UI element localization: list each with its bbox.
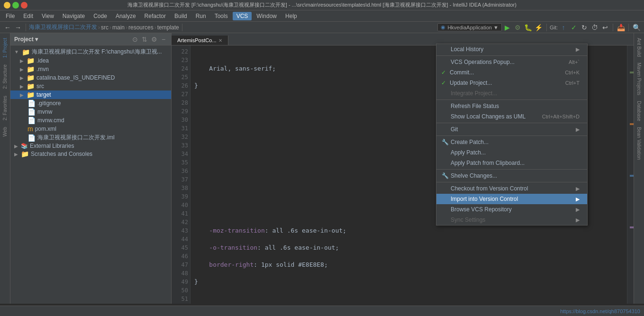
breadcrumb-resources[interactable]: resources bbox=[128, 24, 154, 31]
line-numbers: 22232425 26272829 30313233 34353637 3839… bbox=[172, 45, 190, 304]
git-branch-button[interactable]: 📥 bbox=[616, 23, 626, 32]
tree-item-target[interactable]: ▶ 📁 target bbox=[10, 90, 171, 99]
menu-window[interactable]: Window bbox=[253, 12, 281, 20]
tree-arrow-external: ▶ bbox=[14, 144, 18, 149]
build-button[interactable]: ⚙ bbox=[513, 23, 523, 32]
git-history-button[interactable]: ⏱ bbox=[590, 23, 599, 32]
coverage-button[interactable]: ⚡ bbox=[534, 23, 544, 32]
git-label: Git: bbox=[550, 25, 558, 30]
menu-refactor[interactable]: Refactor bbox=[141, 12, 170, 20]
tab-favorites[interactable]: 2: Favorites bbox=[1, 93, 9, 123]
run-config[interactable]: ◉ HkvediaApplication ▼ bbox=[437, 23, 502, 31]
tab-database[interactable]: Database bbox=[635, 98, 643, 124]
tree-arrow-catalina: ▶ bbox=[20, 75, 24, 81]
tab-maven-projects[interactable]: Maven Projects bbox=[635, 60, 643, 98]
maximize-button[interactable] bbox=[12, 2, 19, 9]
update-shortcut: Ctrl+T bbox=[565, 80, 580, 86]
tree-label-mvnwcmd: mvnw.cmd bbox=[37, 117, 64, 124]
menu-code[interactable]: Code bbox=[90, 12, 111, 20]
tree-item-idea[interactable]: ▶ 📁 .idea bbox=[10, 56, 171, 65]
tab-bean-validation[interactable]: Bean Validation bbox=[635, 124, 643, 163]
breadcrumb-template[interactable]: template bbox=[157, 24, 179, 31]
toolbar-back-button[interactable]: ← bbox=[3, 23, 12, 32]
dropdown-label-browse: Browse VCS Repository bbox=[451, 206, 512, 213]
tree-item-catalina[interactable]: ▶ 📁 catalina.base_IS_UNDEFINED bbox=[10, 73, 171, 82]
git-commit-button[interactable]: ✓ bbox=[569, 23, 579, 32]
git-revert-button[interactable]: ↩ bbox=[600, 23, 610, 32]
dropdown-commit[interactable]: ✓ Commit... Ctrl+K bbox=[436, 67, 587, 78]
menu-analyze[interactable]: Analyze bbox=[112, 12, 140, 20]
search-button[interactable]: 🔍 bbox=[632, 23, 641, 32]
tree-icon-mvn: 📁 bbox=[27, 65, 35, 73]
menu-run[interactable]: Run bbox=[192, 12, 210, 20]
tree-item-mvnw[interactable]: 📄 mvnw bbox=[10, 108, 171, 116]
dropdown-local-history[interactable]: Local History ▶ bbox=[436, 44, 587, 54]
menu-edit[interactable]: Edit bbox=[19, 12, 37, 20]
dropdown-label-vcs-operations: VCS Operations Popup... bbox=[451, 59, 515, 65]
toolbar-forward-button[interactable]: → bbox=[13, 23, 23, 32]
tree-item-root[interactable]: ▼ 📁 海康卫视视屏接口二次开发 F:\changshu\海康卫视... bbox=[10, 47, 171, 56]
menu-vcs[interactable]: VCS bbox=[233, 12, 252, 20]
tree-icon-mvnwcmd: 📄 bbox=[27, 117, 36, 124]
tab-project[interactable]: 1: Project bbox=[1, 35, 9, 61]
tree-item-src[interactable]: ▶ 📁 src bbox=[10, 82, 171, 90]
menu-help[interactable]: Help bbox=[281, 12, 301, 20]
dropdown-browse-vcs[interactable]: Browse VCS Repository ▶ bbox=[436, 204, 587, 215]
menu-tools[interactable]: Tools bbox=[211, 12, 232, 20]
breadcrumb-src[interactable]: src bbox=[101, 24, 109, 31]
dropdown-apply-patch-clipboard[interactable]: Apply Patch from Clipboard... bbox=[436, 158, 587, 168]
tab-structure[interactable]: 2: Structure bbox=[1, 62, 9, 92]
project-expand-button[interactable]: ⇅ bbox=[141, 36, 148, 43]
dropdown-refresh-file-status[interactable]: Refresh File Status bbox=[436, 101, 587, 111]
tree-label-catalina: catalina.base_IS_UNDEFINED bbox=[36, 74, 115, 81]
minimize-button[interactable] bbox=[4, 2, 10, 9]
dropdown-create-patch[interactable]: 🔧 Create Patch... bbox=[436, 137, 587, 147]
dropdown-checkout-vcs[interactable]: Checkout from Version Control ▶ bbox=[436, 183, 587, 194]
close-button[interactable] bbox=[21, 2, 27, 9]
dropdown-vcs-operations[interactable]: VCS Operations Popup... Alt+` bbox=[436, 57, 587, 67]
breadcrumb-main[interactable]: main bbox=[112, 24, 125, 31]
tree-item-mvnwcmd[interactable]: 📄 mvnw.cmd bbox=[10, 116, 171, 125]
tab-ant-build[interactable]: Ant Build bbox=[635, 35, 643, 60]
commit-shortcut: Ctrl+K bbox=[565, 70, 580, 75]
project-settings-button[interactable]: ⚙ bbox=[150, 36, 158, 43]
checkout-arrow: ▶ bbox=[576, 186, 580, 192]
dropdown-label-shelve: Shelve Changes... bbox=[451, 172, 497, 179]
tab-web[interactable]: Web bbox=[1, 124, 9, 139]
window-controls bbox=[4, 2, 27, 9]
menu-navigate[interactable]: Navigate bbox=[59, 12, 89, 20]
debug-button[interactable]: 🐛 bbox=[524, 23, 533, 32]
toolbar-separator-3 bbox=[546, 24, 547, 31]
dropdown-apply-patch[interactable]: Apply Patch... bbox=[436, 147, 587, 158]
tree-icon-iml: 📄 bbox=[27, 134, 36, 142]
tree-label-root: 海康卫视视屏接口二次开发 F:\changshu\海康卫视... bbox=[32, 48, 162, 56]
project-tree: ▼ 📁 海康卫视视屏接口二次开发 F:\changshu\海康卫视... ▶ 📁… bbox=[10, 45, 171, 304]
dropdown-sep-2 bbox=[436, 99, 587, 100]
left-sidebar-tabs: 1: Project 2: Structure 2: Favorites Web bbox=[0, 33, 10, 304]
tree-item-external-libraries[interactable]: ▶ 📚 External Libraries bbox=[10, 142, 171, 150]
tree-item-pom[interactable]: m pom.xml bbox=[10, 125, 171, 133]
dropdown-update-project[interactable]: ✓ Update Project... Ctrl+T bbox=[436, 78, 587, 88]
dropdown-shelve-changes[interactable]: 🔧 Shelve Changes... bbox=[436, 171, 587, 181]
dropdown-import-vcs[interactable]: Import into Version Control ▶ bbox=[436, 194, 587, 204]
run-button[interactable]: ▶ bbox=[503, 23, 512, 32]
menu-build[interactable]: Build bbox=[171, 12, 191, 20]
git-arrow: ▶ bbox=[576, 126, 580, 133]
scroll-indicator[interactable] bbox=[627, 45, 634, 304]
project-locate-button[interactable]: ⊙ bbox=[131, 36, 139, 43]
git-update-button[interactable]: ↑ bbox=[559, 23, 568, 32]
dropdown-git[interactable]: Git ▶ bbox=[436, 124, 587, 135]
breadcrumb-project[interactable]: 海康卫视视屏接口二次开发 bbox=[29, 23, 97, 31]
project-hide-button[interactable]: − bbox=[160, 36, 167, 43]
tree-item-mvn[interactable]: ▶ 📁 .mvn bbox=[10, 65, 171, 73]
tree-item-gitignore[interactable]: 📄 .gitignore bbox=[10, 99, 171, 108]
tree-item-iml[interactable]: 📄 海康卫视视屏接口二次开发.iml bbox=[10, 133, 171, 142]
git-push-button[interactable]: ↻ bbox=[580, 23, 589, 32]
editor-tab-close[interactable]: ✕ bbox=[218, 38, 222, 43]
menu-view[interactable]: View bbox=[38, 12, 58, 20]
editor-tab-artemis[interactable]: ArtemisPostCo... ✕ bbox=[172, 36, 228, 45]
dropdown-show-local-changes[interactable]: Show Local Changes as UML Ctrl+Alt+Shift… bbox=[436, 111, 587, 122]
dropdown-label-sync: Sync Settings bbox=[451, 217, 485, 223]
menu-file[interactable]: File bbox=[2, 12, 18, 20]
tree-item-scratches[interactable]: ▶ 📁 Scratches and Consoles bbox=[10, 150, 171, 158]
